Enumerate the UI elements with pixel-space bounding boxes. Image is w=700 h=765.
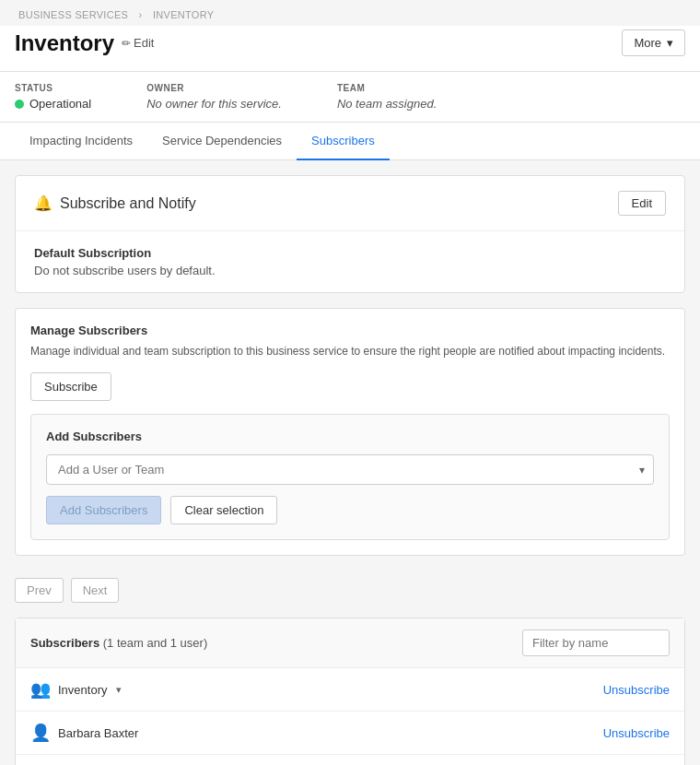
subscribe-button[interactable]: Subscribe — [30, 372, 111, 401]
tabs-bar: Impacting Incidents Service Dependencies… — [0, 123, 700, 160]
subscribers-list-title: Subscribers (1 team and 1 user) — [30, 636, 207, 650]
default-subscription-desc: Do not subscribe users by default. — [34, 264, 666, 277]
status-value: Operational — [15, 97, 91, 111]
team-value: No team assigned. — [337, 97, 437, 111]
manage-subscribers-title: Manage Subscribers — [30, 324, 670, 337]
breadcrumb-current: INVENTORY — [153, 9, 214, 20]
owner-meta: OWNER No owner for this service. — [146, 83, 282, 111]
next-button-top[interactable]: Next — [71, 578, 120, 603]
subscribe-notify-edit-button[interactable]: Edit — [618, 191, 666, 216]
subscriber-info-inventory: 👥 Inventory ▾ — [30, 679, 122, 700]
bottom-pagination: Prev Next — [16, 755, 684, 765]
subscriber-row-inventory: 👥 Inventory ▾ Unsubscribe — [16, 668, 684, 712]
meta-row: STATUS Operational OWNER No owner for th… — [0, 72, 700, 123]
subscribers-count: (1 team and 1 user) — [103, 636, 207, 650]
title-area: Inventory ✏ Edit — [15, 30, 154, 56]
user-team-input[interactable] — [46, 454, 654, 485]
more-button-label: More — [634, 36, 661, 50]
status-text: Operational — [29, 97, 91, 111]
tab-impacting-incidents[interactable]: Impacting Incidents — [15, 123, 147, 160]
add-subscribers-button[interactable]: Add Subscribers — [46, 496, 161, 524]
page-header: Inventory ✏ Edit More ▾ — [0, 26, 700, 72]
breadcrumb-parent[interactable]: BUSINESS SERVICES — [18, 9, 128, 20]
subscriber-name-barbara: Barbara Baxter — [58, 726, 138, 740]
edit-link-label: Edit — [134, 36, 154, 50]
default-subscription-label: Default Subscription — [34, 246, 666, 260]
add-subscribers-actions: Add Subscribers Clear selection — [46, 496, 654, 524]
team-meta: TEAM No team assigned. — [337, 83, 437, 111]
breadcrumb: BUSINESS SERVICES › INVENTORY — [0, 0, 700, 26]
user-team-select-wrapper: ▾ — [46, 454, 654, 485]
unsubscribe-inventory-link[interactable]: Unsubscribe — [603, 683, 670, 697]
team-label: TEAM — [337, 83, 437, 93]
top-pagination: Prev Next — [15, 571, 685, 610]
owner-value: No owner for this service. — [146, 97, 282, 111]
subscriber-row-barbara: 👤 Barbara Baxter Unsubscribe — [16, 712, 684, 755]
tab-service-dependencies[interactable]: Service Dependencies — [147, 123, 297, 160]
subscriber-info-barbara: 👤 Barbara Baxter — [30, 723, 138, 743]
dropdown-arrow-icon: ▾ — [667, 36, 673, 50]
pencil-icon: ✏ — [122, 37, 131, 50]
tab-subscribers[interactable]: Subscribers — [297, 123, 390, 160]
add-subscribers-box: Add Subscribers ▾ Add Subscribers Clear … — [30, 414, 670, 540]
subscribe-notify-header: 🔔 Subscribe and Notify Edit — [16, 176, 684, 231]
user-icon: 👤 — [30, 723, 51, 743]
status-dot-icon — [15, 100, 24, 109]
prev-button-top[interactable]: Prev — [15, 578, 64, 603]
page-title: Inventory — [15, 30, 114, 56]
manage-section: Manage Subscribers Manage individual and… — [16, 309, 684, 555]
status-label: STATUS — [15, 83, 91, 93]
team-icon: 👥 — [30, 679, 51, 700]
team-chevron-icon[interactable]: ▾ — [116, 684, 122, 696]
subscribe-notify-body: Default Subscription Do not subscribe us… — [16, 231, 684, 292]
manage-subscribers-card: Manage Subscribers Manage individual and… — [15, 308, 685, 556]
owner-label: OWNER — [146, 83, 282, 93]
subscribe-notify-card: 🔔 Subscribe and Notify Edit Default Subs… — [15, 175, 685, 293]
add-subscribers-title: Add Subscribers — [46, 430, 654, 443]
subscribe-notify-title: 🔔 Subscribe and Notify — [34, 194, 196, 212]
subscriber-name-inventory: Inventory — [58, 683, 107, 697]
subscribers-list-card: Subscribers (1 team and 1 user) 👥 Invent… — [15, 618, 685, 765]
edit-link[interactable]: ✏ Edit — [122, 36, 154, 50]
bell-icon: 🔔 — [34, 194, 52, 212]
unsubscribe-barbara-link[interactable]: Unsubscribe — [603, 726, 670, 740]
filter-by-name-input[interactable] — [522, 630, 670, 656]
clear-selection-button[interactable]: Clear selection — [170, 496, 277, 524]
manage-subscribers-desc: Manage individual and team subscription … — [30, 343, 670, 359]
breadcrumb-separator: › — [139, 9, 143, 20]
subscribers-list-header: Subscribers (1 team and 1 user) — [16, 618, 684, 668]
status-meta: STATUS Operational — [15, 83, 91, 111]
content-area: 🔔 Subscribe and Notify Edit Default Subs… — [0, 160, 700, 765]
more-button[interactable]: More ▾ — [622, 29, 685, 56]
